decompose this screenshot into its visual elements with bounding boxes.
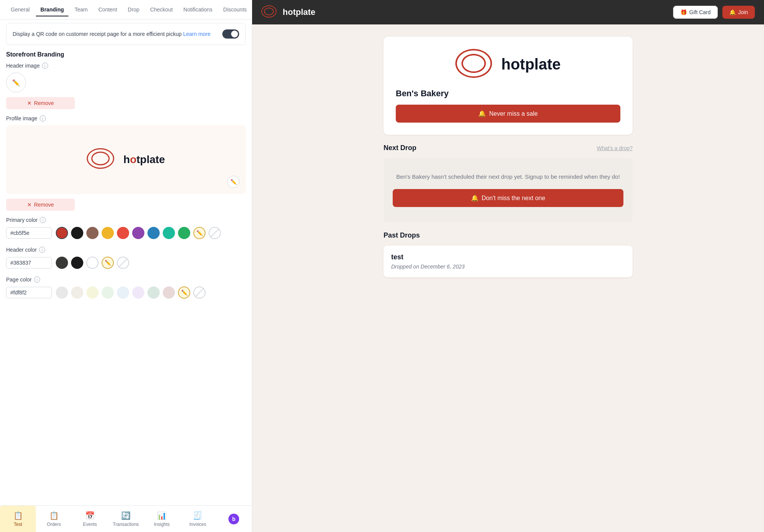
header-image-remove-button[interactable]: ✕ Remove (6, 97, 75, 109)
storefront-branding-title: Storefront Branding (6, 51, 246, 58)
join-button[interactable]: 🔔 Join (722, 6, 755, 19)
page-color-label: Page color (6, 277, 32, 283)
whats-drop-link[interactable]: What's a drop? (597, 145, 633, 151)
swatch[interactable] (117, 227, 129, 239)
nav-item-test[interactable]: 📋 Test (0, 506, 36, 532)
tab-content[interactable]: Content (94, 3, 122, 16)
primary-color-swatches: ✏️ (56, 227, 221, 239)
tab-drop[interactable]: Drop (123, 3, 144, 16)
right-header: hotplate 🎁 Gift Card 🔔 Join (252, 0, 764, 24)
swatch[interactable] (102, 227, 114, 239)
right-content: hotplate Ben's Bakery 🔔 Never miss a sal… (374, 24, 642, 289)
tab-team[interactable]: Team (70, 3, 92, 16)
swatch[interactable] (71, 227, 83, 239)
profile-logo-area: hotplate (87, 148, 165, 171)
header-image-label: Header image i (6, 63, 246, 69)
swatch[interactable] (147, 227, 160, 239)
profile-edit-overlay[interactable]: ✏️ (227, 176, 240, 188)
header-color-label: Header color (6, 247, 37, 253)
header-color-input[interactable] (6, 257, 52, 268)
bell-icon-store: 🔔 (478, 110, 486, 117)
header-color-row: Header color i ✏️ (6, 247, 246, 269)
swatch[interactable] (178, 227, 190, 239)
color-picker-swatch[interactable]: ✏️ (193, 227, 206, 239)
header-image-upload[interactable]: ✏️ (6, 73, 26, 92)
swatch[interactable] (56, 286, 68, 299)
color-picker-swatch[interactable]: ✏️ (102, 257, 114, 269)
test-icon: 📋 (13, 511, 23, 520)
swatch[interactable] (86, 227, 99, 239)
profile-image-info-icon[interactable]: i (40, 115, 46, 121)
swatch[interactable] (71, 257, 83, 269)
profile-preview: hotplate ✏️ (6, 125, 246, 194)
remove-x-icon: ✕ (27, 100, 32, 106)
tab-discounts[interactable]: Discounts (219, 3, 251, 16)
header-color-swatches: ✏️ (56, 257, 129, 269)
brand-logo: hotplate (261, 5, 316, 19)
page-color-input[interactable] (6, 287, 52, 298)
swatch[interactable] (117, 286, 129, 299)
tab-branding[interactable]: Branding (36, 3, 68, 16)
store-logo-inner-ring (461, 54, 486, 73)
left-content: Display a QR code on customer receipt pa… (0, 20, 252, 505)
tab-notifications[interactable]: Notifications (179, 3, 217, 16)
next-drop-card: Ben's Bakery hasn't scheduled their next… (384, 158, 633, 222)
nav-item-orders[interactable]: 📋 Orders (36, 506, 72, 532)
insights-icon: 📊 (157, 511, 167, 520)
swatch[interactable] (132, 286, 144, 299)
page-color-swatches: ✏️ (56, 286, 206, 299)
header-actions: 🎁 Gift Card 🔔 Join (673, 6, 755, 19)
swatch[interactable] (163, 286, 175, 299)
swatch[interactable] (147, 286, 160, 299)
learn-more-link[interactable]: Learn more (183, 31, 210, 37)
profile-image-remove-button[interactable]: ✕ Remove (6, 199, 75, 211)
swatch[interactable] (102, 286, 114, 299)
orders-icon: 📋 (49, 511, 59, 520)
swatch[interactable] (56, 227, 68, 239)
next-drop-message: Ben's Bakery hasn't scheduled their next… (393, 173, 623, 180)
gift-icon: 🎁 (680, 9, 687, 15)
primary-color-row: Primary color i ✏️ (6, 217, 246, 239)
tab-checkout[interactable]: Checkout (146, 3, 177, 16)
swatch[interactable] (86, 257, 99, 269)
store-logo (455, 49, 494, 79)
nav-item-transactions[interactable]: 🔄 Transactions (108, 506, 144, 532)
never-miss-button[interactable]: 🔔 Never miss a sale (396, 105, 620, 123)
next-drop-header: Next Drop What's a drop? (384, 144, 633, 152)
no-color-swatch[interactable] (193, 286, 206, 299)
brand-logo-image (261, 5, 278, 19)
left-panel: General Branding Team Content Drop Check… (0, 0, 252, 532)
remove-x-icon-2: ✕ (27, 202, 32, 208)
events-icon: 📅 (85, 511, 95, 520)
no-color-swatch[interactable] (117, 257, 129, 269)
invoices-icon: 🧾 (193, 511, 202, 520)
swatch[interactable] (86, 286, 99, 299)
page-color-info-icon[interactable]: i (34, 277, 40, 283)
swatch[interactable] (132, 227, 144, 239)
qr-toggle[interactable] (222, 29, 239, 39)
header-color-info-icon[interactable]: i (39, 247, 45, 253)
primary-color-input[interactable] (6, 227, 52, 239)
dont-miss-button[interactable]: 🔔 Don't miss the next one (393, 189, 623, 207)
nav-item-insights[interactable]: 📊 Insights (144, 506, 180, 532)
tab-general[interactable]: General (6, 3, 34, 16)
gift-card-button[interactable]: 🎁 Gift Card (673, 6, 718, 19)
past-drops-section: Past Drops test Dropped on December 6, 2… (384, 231, 633, 277)
header-image-info-icon[interactable]: i (42, 63, 48, 69)
store-card: hotplate Ben's Bakery 🔔 Never miss a sal… (384, 37, 633, 135)
primary-color-info-icon[interactable]: i (40, 217, 46, 223)
nav-item-invoices[interactable]: 🧾 Invoices (180, 506, 216, 532)
store-name-logo-text: hotplate (501, 56, 561, 73)
nav-item-avatar[interactable]: b (216, 506, 252, 532)
bell-icon-dont-miss: 🔔 (471, 194, 479, 202)
nav-item-events[interactable]: 📅 Events (72, 506, 108, 532)
swatch[interactable] (163, 227, 175, 239)
user-avatar: b (228, 514, 239, 524)
pencil-icon: ✏️ (12, 79, 20, 86)
swatch[interactable] (71, 286, 83, 299)
no-color-swatch[interactable] (209, 227, 221, 239)
tab-bar: General Branding Team Content Drop Check… (0, 0, 252, 20)
store-header: hotplate (396, 49, 620, 79)
swatch[interactable] (56, 257, 68, 269)
color-picker-swatch[interactable]: ✏️ (178, 286, 190, 299)
